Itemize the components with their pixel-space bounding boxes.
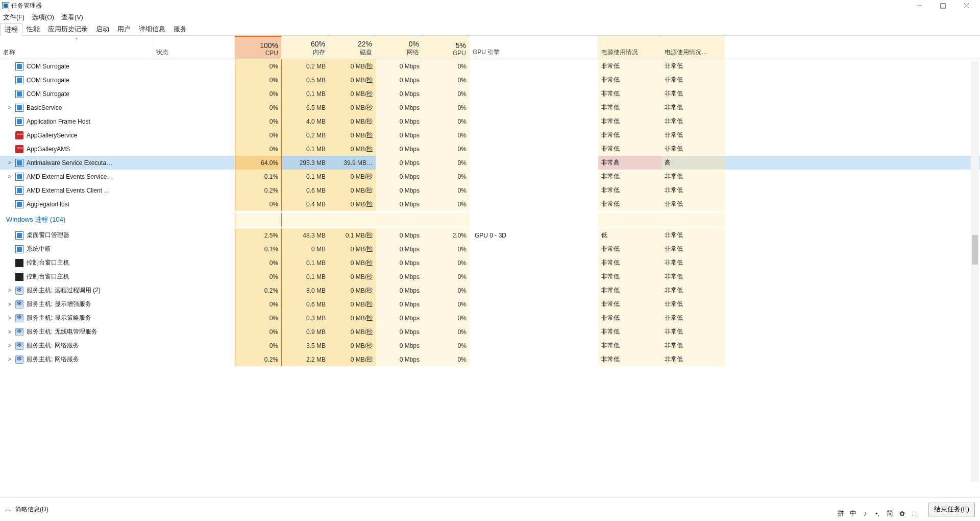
process-row[interactable]: >AMD External Events Service…0.1%0.1 MB0… bbox=[0, 170, 980, 183]
tab-startup[interactable]: 启动 bbox=[92, 23, 113, 35]
process-row[interactable]: AMD External Events Client …0.2%0.6 MB0 … bbox=[0, 183, 980, 197]
process-row[interactable]: >服务主机: 网络服务0.2%2.2 MB0 MB/秒0 Mbps0%非常低非常… bbox=[0, 352, 980, 366]
tab-details[interactable]: 详细信息 bbox=[135, 23, 169, 35]
mem-cell: 0.3 MB bbox=[282, 311, 329, 325]
menu-options[interactable]: 选项(O) bbox=[32, 13, 54, 22]
process-row[interactable]: AppGalleryAMS0%0.1 MB0 MB/秒0 Mbps0%非常低非常… bbox=[0, 142, 980, 156]
process-row[interactable]: 桌面窗口管理器2.5%48.3 MB0.1 MB/秒0 Mbps2.0%GPU … bbox=[0, 228, 980, 242]
process-row[interactable]: >服务主机: 显示策略服务0%0.3 MB0 MB/秒0 Mbps0%非常低非常… bbox=[0, 311, 980, 325]
ime-gear-icon[interactable]: ✿ bbox=[897, 509, 906, 518]
scrollbar-thumb[interactable] bbox=[972, 235, 978, 265]
gpu-cell: 0% bbox=[423, 352, 470, 366]
process-row[interactable]: 系统中断0.1%0 MB0 MB/秒0 Mbps0%非常低非常低 bbox=[0, 242, 980, 256]
menu-view[interactable]: 查看(V) bbox=[61, 13, 83, 22]
col-network[interactable]: 0% 网络 bbox=[376, 36, 423, 59]
process-row[interactable]: 控制台窗口主机0%0.1 MB0 MB/秒0 Mbps0%非常低非常低 bbox=[0, 256, 980, 270]
col-disk[interactable]: 22% 磁盘 bbox=[329, 36, 376, 59]
gpu-cell: 0% bbox=[423, 297, 470, 311]
process-row[interactable]: Application Frame Host0%4.0 MB0 MB/秒0 Mb… bbox=[0, 114, 980, 128]
status-cell bbox=[153, 311, 235, 325]
process-row[interactable]: >服务主机: 无线电管理服务0%0.9 MB0 MB/秒0 Mbps0%非常低非… bbox=[0, 325, 980, 339]
process-row[interactable]: AppGalleryService0%0.2 MB0 MB/秒0 Mbps0%非… bbox=[0, 128, 980, 142]
process-row[interactable]: AggregatorHost0%0.4 MB0 MB/秒0 Mbps0%非常低非… bbox=[0, 197, 980, 211]
net-cell: 0 Mbps bbox=[376, 339, 423, 352]
expand-icon[interactable]: > bbox=[6, 174, 13, 179]
gpu-cell: 0% bbox=[423, 73, 470, 87]
process-name: COM Surrogate bbox=[27, 77, 69, 84]
tab-users[interactable]: 用户 bbox=[113, 23, 135, 35]
menu-file[interactable]: 文件(F) bbox=[3, 13, 24, 22]
process-row[interactable]: >服务主机: 网络服务0%3.5 MB0 MB/秒0 Mbps0%非常低非常低 bbox=[0, 339, 980, 352]
power-cell: 非常低 bbox=[598, 325, 662, 339]
col-power-trend[interactable]: 电源使用情况… bbox=[662, 36, 725, 59]
mem-cell: 0.2 MB bbox=[282, 128, 329, 142]
power-trend-cell: 非常低 bbox=[662, 73, 725, 87]
process-row[interactable]: >服务主机: 显示增强服务0%0.6 MB0 MB/秒0 Mbps0%非常低非常… bbox=[0, 297, 980, 311]
expand-icon[interactable]: > bbox=[6, 357, 13, 362]
power-trend-cell: 非常低 bbox=[662, 256, 725, 270]
status-cell bbox=[153, 297, 235, 311]
process-icon bbox=[15, 300, 23, 309]
maximize-button[interactable] bbox=[931, 0, 954, 11]
cpu-cell: 0.2% bbox=[235, 183, 282, 197]
mem-cell: 0.4 MB bbox=[282, 197, 329, 211]
chevron-up-icon[interactable]: ︿ bbox=[5, 505, 11, 514]
tab-processes[interactable]: 进程 bbox=[0, 23, 22, 36]
disk-cell: 0 MB/秒 bbox=[329, 256, 376, 270]
col-gpu-engine[interactable]: GPU 引擎 bbox=[470, 36, 598, 59]
gpu-cell: 0% bbox=[423, 142, 470, 156]
process-group-header[interactable]: Windows 进程 (104) bbox=[0, 211, 980, 228]
ime-grid-icon[interactable]: ⸬ bbox=[910, 509, 919, 518]
net-cell: 0 Mbps bbox=[376, 242, 423, 256]
ime-pin-icon[interactable]: 拼 bbox=[836, 509, 845, 518]
process-row[interactable]: 控制台窗口主机0%0.1 MB0 MB/秒0 Mbps0%非常低非常低 bbox=[0, 270, 980, 283]
process-row[interactable]: COM Surrogate0%0.2 MB0 MB/秒0 Mbps0%非常低非常… bbox=[0, 59, 980, 73]
process-name-cell: >服务主机: 显示策略服务 bbox=[0, 311, 153, 325]
mem-cell: 295.3 MB bbox=[282, 156, 329, 170]
col-name[interactable]: ⌄ 名称 bbox=[0, 36, 153, 59]
expand-icon[interactable]: > bbox=[6, 288, 13, 293]
tab-services[interactable]: 服务 bbox=[169, 23, 191, 35]
net-cell: 0 Mbps bbox=[376, 352, 423, 366]
end-task-button[interactable]: 结束任务(E) bbox=[928, 503, 975, 516]
disk-cell: 0 MB/秒 bbox=[329, 352, 376, 366]
ime-jian-icon[interactable]: 简 bbox=[885, 509, 894, 518]
gpu-engine-cell bbox=[470, 325, 598, 339]
power-trend-cell: 非常低 bbox=[662, 128, 725, 142]
close-button[interactable] bbox=[954, 0, 978, 11]
tab-history[interactable]: 应用历史记录 bbox=[44, 23, 92, 35]
expand-icon[interactable]: > bbox=[6, 343, 13, 348]
process-row[interactable]: >Antimalware Service Executa…64.0%295.3 … bbox=[0, 156, 980, 170]
mem-cell: 48.3 MB bbox=[282, 228, 329, 242]
mem-cell: 0.5 MB bbox=[282, 73, 329, 87]
process-row[interactable]: >服务主机: 远程过程调用 (2)0.2%8.0 MB0 MB/秒0 Mbps0… bbox=[0, 283, 980, 297]
ime-note-icon[interactable]: ♪ bbox=[861, 509, 870, 518]
expand-icon[interactable]: > bbox=[6, 160, 13, 165]
ime-zhong-icon[interactable]: 中 bbox=[848, 509, 857, 518]
col-gpu[interactable]: 5% GPU bbox=[423, 36, 470, 59]
expand-icon[interactable]: > bbox=[6, 315, 13, 321]
expand-icon[interactable]: > bbox=[6, 105, 13, 110]
expand-icon[interactable]: > bbox=[6, 301, 13, 307]
tab-performance[interactable]: 性能 bbox=[22, 23, 44, 35]
power-cell: 非常低 bbox=[598, 256, 662, 270]
col-power[interactable]: 电源使用情况 bbox=[598, 36, 662, 59]
fewer-details-link[interactable]: 简略信息(D) bbox=[15, 505, 48, 514]
col-memory[interactable]: 60% 内存 bbox=[282, 36, 329, 59]
process-row[interactable]: COM Surrogate0%0.5 MB0 MB/秒0 Mbps0%非常低非常… bbox=[0, 73, 980, 87]
mem-cell: 0.1 MB bbox=[282, 170, 329, 183]
process-row[interactable]: >BasicService0%6.5 MB0 MB/秒0 Mbps0%非常低非常… bbox=[0, 101, 980, 114]
ime-punct-icon[interactable]: •, bbox=[873, 509, 882, 518]
vertical-scrollbar[interactable] bbox=[971, 61, 979, 482]
col-cpu[interactable]: 100% CPU bbox=[235, 36, 282, 59]
expand-icon[interactable]: > bbox=[6, 329, 13, 335]
process-icon bbox=[15, 159, 23, 167]
minimize-button[interactable] bbox=[908, 0, 931, 11]
power-trend-cell: 非常低 bbox=[662, 352, 725, 366]
process-rows: COM Surrogate0%0.2 MB0 MB/秒0 Mbps0%非常低非常… bbox=[0, 59, 980, 366]
group-label: Windows 进程 (104) bbox=[0, 213, 235, 227]
gpu-cell: 2.0% bbox=[423, 228, 470, 242]
net-cell: 0 Mbps bbox=[376, 101, 423, 114]
col-status[interactable]: 状态 bbox=[153, 36, 235, 59]
process-row[interactable]: COM Surrogate0%0.1 MB0 MB/秒0 Mbps0%非常低非常… bbox=[0, 87, 980, 101]
